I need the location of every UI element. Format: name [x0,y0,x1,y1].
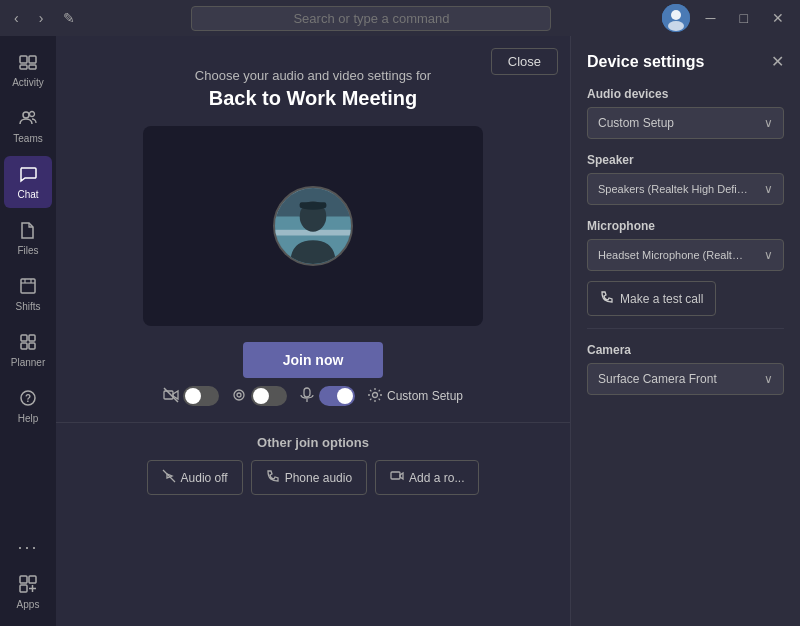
chat-icon [18,164,38,187]
sidebar-item-planner-label: Planner [11,357,45,368]
svg-rect-19 [20,576,27,583]
speaker-dropdown[interactable]: Speakers (Realtek High Definition Au... … [587,173,784,205]
svg-point-32 [234,390,244,400]
sidebar-item-activity-label: Activity [12,77,44,88]
phone-icon [266,469,280,486]
audio-devices-dropdown[interactable]: Custom Setup ∨ [587,107,784,139]
sidebar-item-chat[interactable]: Chat [4,156,52,208]
test-call-icon [600,290,614,307]
blur-icon [231,387,247,406]
join-now-button[interactable]: Join now [243,342,384,378]
camera-arrow: ∨ [764,372,773,386]
add-room-button[interactable]: Add a ro... [375,460,479,495]
avatar[interactable] [662,4,690,32]
video-toggle[interactable] [183,386,219,406]
sidebar-item-teams[interactable]: Teams [4,100,52,152]
search-input[interactable] [191,6,551,31]
close-meeting-button[interactable]: Close [491,48,558,75]
join-options-row: Audio off Phone audio [56,460,570,495]
sidebar-item-shifts[interactable]: Shifts [4,268,52,320]
meeting-panel: Close Choose your audio and video settin… [56,36,570,626]
back-button[interactable]: ‹ [8,8,25,28]
sidebar-item-activity[interactable]: Activity [4,44,52,96]
settings-control-group: Custom Setup [367,387,463,406]
content-area: Close Choose your audio and video settin… [56,36,800,626]
activity-icon [18,52,38,75]
phone-audio-label: Phone audio [285,471,352,485]
svg-point-33 [237,393,241,397]
microphone-arrow: ∨ [764,248,773,262]
make-test-call-label: Make a test call [620,292,703,306]
blur-toggle[interactable] [251,386,287,406]
microphone-value: Headset Microphone (Realtek High D... [598,249,748,261]
meeting-title: Back to Work Meeting [195,87,431,110]
sidebar-item-shifts-label: Shifts [15,301,40,312]
make-test-call-button[interactable]: Make a test call [587,281,716,316]
svg-line-31 [164,388,178,402]
planner-icon [18,332,38,355]
svg-text:?: ? [25,393,31,404]
mic-icon [299,387,315,406]
phone-audio-button[interactable]: Phone audio [251,460,367,495]
meeting-header: Choose your audio and video settings for… [195,68,431,110]
sidebar-item-chat-label: Chat [17,189,38,200]
apps-label: Apps [17,599,40,610]
speaker-value: Speakers (Realtek High Definition Au... [598,183,748,195]
sidebar-item-files[interactable]: Files [4,212,52,264]
divider [587,328,784,329]
sidebar-item-help-label: Help [18,413,39,424]
microphone-dropdown[interactable]: Headset Microphone (Realtek High D... ∨ [587,239,784,271]
video-off-icon [163,387,179,406]
close-device-settings-button[interactable]: ✕ [771,52,784,71]
sidebar: Activity Teams Chat [0,36,56,626]
svg-point-1 [671,10,681,20]
svg-rect-13 [21,335,27,341]
sidebar-item-apps[interactable]: Apps [4,566,52,618]
sidebar-item-files-label: Files [17,245,38,256]
microphone-label: Microphone [587,219,784,233]
device-settings-header: Device settings ✕ [587,52,784,71]
svg-rect-38 [391,472,400,479]
svg-rect-29 [300,202,327,208]
svg-rect-20 [29,576,36,583]
title-bar-right: ─ □ ✕ [662,4,792,32]
user-avatar-preview [273,186,353,266]
svg-point-2 [668,21,684,31]
audio-devices-value: Custom Setup [598,116,674,130]
minimize-button[interactable]: ─ [698,8,724,28]
blur-control-group [231,386,287,406]
title-bar-left: ‹ › ✎ [8,8,81,28]
mic-toggle[interactable] [319,386,355,406]
window-close-button[interactable]: ✕ [764,8,792,28]
controls-bar: Custom Setup [163,386,463,406]
svg-rect-3 [20,56,27,63]
device-settings-title: Device settings [587,53,704,71]
person-silhouette [275,186,351,266]
forward-button[interactable]: › [33,8,50,28]
audio-off-button[interactable]: Audio off [147,460,243,495]
sidebar-item-teams-label: Teams [13,133,42,144]
audio-devices-arrow: ∨ [764,116,773,130]
help-icon: ? [18,388,38,411]
custom-setup-label: Custom Setup [387,389,463,403]
svg-rect-5 [20,65,27,69]
sidebar-item-help[interactable]: ? Help [4,380,52,432]
svg-point-8 [30,112,35,117]
main-layout: Activity Teams Chat [0,36,800,626]
more-icon: ... [17,533,38,554]
files-icon [18,220,38,243]
sidebar-item-planner[interactable]: Planner [4,324,52,376]
apps-icon [18,574,38,597]
speaker-arrow: ∨ [764,182,773,196]
mic-control-group [299,386,355,406]
other-join-section: Other join options Audio off [56,422,570,495]
camera-value: Surface Camera Front [598,372,717,386]
svg-rect-34 [304,388,310,397]
maximize-button[interactable]: □ [732,8,756,28]
edit-button[interactable]: ✎ [57,8,81,28]
svg-rect-4 [29,56,36,63]
sidebar-item-more[interactable]: ... [4,525,52,562]
camera-dropdown[interactable]: Surface Camera Front ∨ [587,363,784,395]
video-control-group [163,386,219,406]
svg-rect-16 [29,343,35,349]
